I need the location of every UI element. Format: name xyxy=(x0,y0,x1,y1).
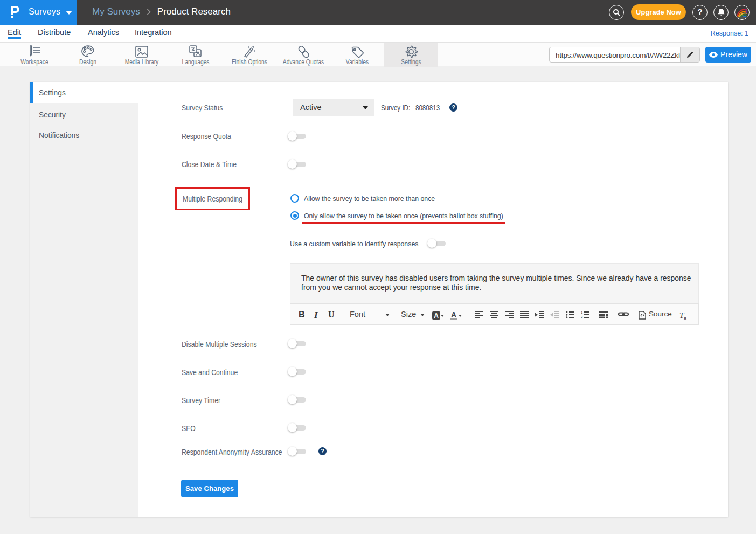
svg-text:1: 1 xyxy=(581,311,583,314)
svg-text:x: x xyxy=(684,315,686,320)
svg-text:A: A xyxy=(434,312,439,320)
svg-text:A: A xyxy=(451,311,456,319)
svg-text:2: 2 xyxy=(581,315,583,318)
